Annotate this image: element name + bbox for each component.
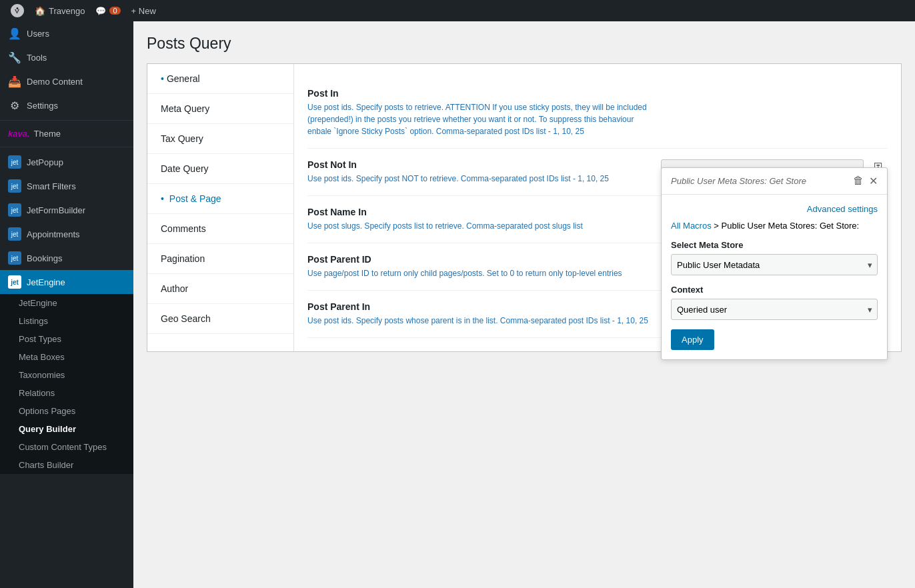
submenu-label-taxonomies: Taxonomies bbox=[19, 370, 65, 380]
tools-icon: 🔧 bbox=[8, 51, 21, 64]
macro-popup: Public User Meta Stores: Get Store 🗑 ✕ A… bbox=[661, 167, 888, 360]
macro-popup-breadcrumb-separator: > bbox=[714, 221, 721, 231]
field-label-post-not-in: Post Not In bbox=[307, 159, 650, 170]
field-info-post-parent-in: Post Parent In Use post ids. Specify pos… bbox=[307, 301, 650, 327]
field-label-post-parent-in: Post Parent In bbox=[307, 301, 650, 312]
field-info-post-not-in: Post Not In Use post ids. Specify post N… bbox=[307, 159, 650, 185]
query-nav-post-page-label: Post & Page bbox=[169, 193, 221, 204]
sidebar-item-theme[interactable]: kava. Theme bbox=[0, 123, 133, 144]
macro-popup-meta-store-select-wrap: Public User Metadata Private User Metada… bbox=[671, 254, 878, 275]
query-nav-geo-search-label: Geo Search bbox=[161, 313, 211, 324]
field-info-post-parent-id: Post Parent ID Use page/post ID to retur… bbox=[307, 254, 650, 279]
macro-popup-context-select[interactable]: Queried user Current user Specific user bbox=[671, 299, 878, 320]
sidebar-item-appointments[interactable]: jet Appointments bbox=[0, 222, 133, 246]
query-nav-geo-search[interactable]: Geo Search bbox=[147, 304, 293, 334]
query-nav-general-label: General bbox=[167, 73, 200, 84]
query-nav-date-query[interactable]: Date Query bbox=[147, 154, 293, 184]
submenu-item-jetengine[interactable]: JetEngine bbox=[0, 294, 133, 312]
demo-content-icon: 📥 bbox=[8, 75, 21, 88]
macro-popup-actions: 🗑 ✕ bbox=[853, 175, 878, 187]
submenu-label-jetengine: JetEngine bbox=[19, 298, 57, 308]
macro-popup-body: Advanced settings All Macros > Public Us… bbox=[662, 195, 887, 359]
submenu-label-options-pages: Options Pages bbox=[19, 406, 75, 416]
submenu-label-listings: Listings bbox=[19, 316, 48, 326]
query-nav-tax-query-label: Tax Query bbox=[161, 133, 203, 144]
macro-apply-button[interactable]: Apply bbox=[671, 329, 714, 350]
sidebar-label-smart-filters: Smart Filters bbox=[27, 181, 76, 191]
submenu-item-meta-boxes[interactable]: Meta Boxes bbox=[0, 348, 133, 366]
submenu-item-relations[interactable]: Relations bbox=[0, 384, 133, 402]
query-nav-pagination[interactable]: Pagination bbox=[147, 244, 293, 274]
submenu-item-post-types[interactable]: Post Types bbox=[0, 330, 133, 348]
query-nav-date-query-label: Date Query bbox=[161, 163, 209, 174]
admin-bar: 🏠 Travengo 💬 0 + New bbox=[0, 0, 915, 21]
sidebar-label-jetformbuilder: JetFormBuilder bbox=[27, 205, 85, 215]
query-nav-comments[interactable]: Comments bbox=[147, 214, 293, 244]
macro-popup-meta-store-select[interactable]: Public User Metadata Private User Metada… bbox=[671, 254, 878, 275]
submenu-item-taxonomies[interactable]: Taxonomies bbox=[0, 366, 133, 384]
sidebar-label-jetengine: JetEngine bbox=[27, 277, 65, 287]
content-area: Posts Query •General Meta Query Tax Quer… bbox=[133, 21, 915, 588]
sidebar-item-bookings[interactable]: jet Bookings bbox=[0, 246, 133, 270]
field-info-post-name-in: Post Name In Use post slugs. Specify pos… bbox=[307, 207, 650, 232]
sidebar-item-smart-filters[interactable]: jet Smart Filters bbox=[0, 174, 133, 198]
wp-logo-item[interactable] bbox=[5, 0, 29, 21]
general-dot: • bbox=[161, 73, 164, 84]
field-desc-post-not-in: Use post ids. Specify post NOT to retrie… bbox=[307, 173, 650, 185]
users-icon: 👤 bbox=[8, 27, 21, 40]
field-label-post-parent-id: Post Parent ID bbox=[307, 254, 650, 265]
query-content: Post In Use post ids. Specify posts to r… bbox=[294, 64, 901, 351]
sidebar-item-jetpopup[interactable]: jet JetPopup bbox=[0, 150, 133, 174]
query-nav: •General Meta Query Tax Query Date Query… bbox=[147, 64, 294, 351]
sidebar-item-jetformbuilder[interactable]: jet JetFormBuilder bbox=[0, 198, 133, 222]
macro-popup-breadcrumb-all[interactable]: All Macros bbox=[671, 221, 712, 231]
sidebar-item-tools[interactable]: 🔧 Tools bbox=[0, 45, 133, 69]
field-desc-post-in: Use post ids. Specify posts to retrieve.… bbox=[307, 101, 650, 137]
query-nav-tax-query[interactable]: Tax Query bbox=[147, 124, 293, 154]
new-item[interactable]: + New bbox=[126, 0, 161, 21]
submenu-item-charts-builder[interactable]: Charts Builder bbox=[0, 456, 133, 474]
submenu-item-query-builder[interactable]: Query Builder bbox=[0, 420, 133, 438]
kava-logo-text: kava. bbox=[8, 129, 30, 139]
sidebar-label-tools: Tools bbox=[27, 53, 47, 63]
sidebar-item-settings[interactable]: ⚙ Settings bbox=[0, 93, 133, 117]
macro-popup-delete-btn[interactable]: 🗑 bbox=[853, 175, 864, 187]
query-nav-comments-label: Comments bbox=[161, 223, 206, 234]
sidebar-item-users[interactable]: 👤 Users bbox=[0, 21, 133, 45]
jetformbuilder-icon: jet bbox=[8, 203, 21, 217]
query-nav-author[interactable]: Author bbox=[147, 274, 293, 304]
macro-popup-close-btn[interactable]: ✕ bbox=[869, 175, 878, 187]
macro-popup-breadcrumb-current: Public User Meta Stores: Get Store: bbox=[722, 221, 860, 231]
query-nav-general[interactable]: •General bbox=[147, 64, 293, 94]
query-nav-post-page[interactable]: • Post & Page bbox=[147, 184, 293, 214]
macro-popup-context-group: Context Queried user Current user Specif… bbox=[671, 285, 878, 320]
field-info-post-in: Post In Use post ids. Specify posts to r… bbox=[307, 88, 650, 137]
comments-item[interactable]: 💬 0 bbox=[90, 0, 125, 21]
sidebar-item-jetengine[interactable]: jet JetEngine bbox=[0, 270, 133, 294]
macro-popup-context-select-wrap: Queried user Current user Specific user … bbox=[671, 299, 878, 320]
query-nav-meta-query[interactable]: Meta Query bbox=[147, 94, 293, 124]
jetengine-icon: jet bbox=[8, 275, 21, 289]
submenu-item-listings[interactable]: Listings bbox=[0, 312, 133, 330]
posts-query-layout: •General Meta Query Tax Query Date Query… bbox=[147, 63, 902, 352]
field-desc-post-parent-in: Use post ids. Specify posts whose parent… bbox=[307, 315, 650, 327]
submenu-label-meta-boxes: Meta Boxes bbox=[19, 352, 65, 362]
field-label-post-in: Post In bbox=[307, 88, 650, 99]
submenu-item-options-pages[interactable]: Options Pages bbox=[0, 402, 133, 420]
macro-popup-context-label: Context bbox=[671, 285, 878, 295]
submenu-label-relations: Relations bbox=[19, 388, 55, 398]
sidebar-label-appointments: Appointments bbox=[27, 229, 80, 239]
sidebar-item-demo-content[interactable]: 📥 Demo Content bbox=[0, 69, 133, 93]
submenu-label-custom-content-types: Custom Content Types bbox=[19, 442, 107, 452]
submenu-item-custom-content-types[interactable]: Custom Content Types bbox=[0, 438, 133, 456]
settings-icon: ⚙ bbox=[8, 99, 21, 112]
macro-popup-advanced-link[interactable]: Advanced settings bbox=[807, 204, 878, 214]
jetengine-submenu: JetEngine Listings Post Types Meta Boxes… bbox=[0, 294, 133, 474]
submenu-label-post-types: Post Types bbox=[19, 334, 61, 344]
jetpopup-icon: jet bbox=[8, 155, 21, 169]
macro-popup-breadcrumb: All Macros > Public User Meta Stores: Ge… bbox=[671, 221, 878, 231]
site-name-item[interactable]: 🏠 Travengo bbox=[29, 0, 90, 21]
wp-logo-icon bbox=[11, 4, 24, 17]
macro-popup-header: Public User Meta Stores: Get Store 🗑 ✕ bbox=[662, 168, 887, 195]
sidebar: 👤 Users 🔧 Tools 📥 Demo Content ⚙ Setting… bbox=[0, 21, 133, 588]
